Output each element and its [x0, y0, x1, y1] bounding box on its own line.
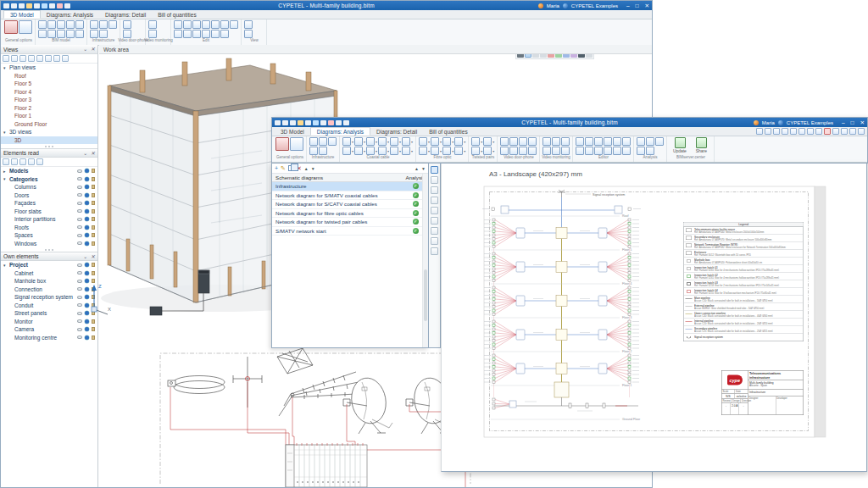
screen-icon[interactable]	[528, 147, 537, 155]
sheet-work-area[interactable]: A3 - Landscape (420x297) mm	[441, 164, 867, 472]
chart-icon[interactable]	[431, 217, 438, 225]
diagram-row[interactable]: Network diagram for S/CATV coaxial cable…	[272, 200, 428, 209]
add-diagram-button[interactable]: +	[275, 164, 278, 173]
tree-item-signal-reception-system[interactable]: Signal reception system	[1, 293, 97, 302]
dropdown-arrow-icon[interactable]: ▾	[399, 140, 401, 144]
rj45-socket-tool[interactable]: ▾	[483, 137, 494, 146]
share-button[interactable]: Share	[691, 137, 711, 155]
zoom-extents-icon[interactable]	[765, 128, 771, 135]
gear-icon[interactable]	[85, 169, 89, 173]
code-settings-icon[interactable]	[290, 137, 303, 151]
duplicate-icon[interactable]	[604, 147, 612, 155]
annotate-icon[interactable]	[646, 147, 654, 155]
pin-icon[interactable]	[64, 3, 70, 8]
diagram-row[interactable]: S/MATV network start✓	[272, 227, 428, 236]
tab-diagrams-detail[interactable]: Diagrams: Detail	[370, 127, 423, 136]
eye-icon[interactable]	[77, 225, 82, 229]
conduit-icon[interactable]	[99, 20, 108, 29]
tree-item-monitoring-centre[interactable]: Monitoring centre	[1, 334, 97, 342]
eye-icon[interactable]	[77, 271, 82, 274]
new-view-icon[interactable]	[3, 55, 9, 62]
resize-icon[interactable]	[613, 147, 621, 155]
tree-item-cabinet[interactable]: Cabinet	[1, 269, 97, 278]
close-panel-icon[interactable]: ✕	[91, 47, 95, 52]
tap-tool[interactable]: ▾	[354, 147, 365, 155]
tree-group-project[interactable]: ▾Project	[1, 261, 97, 269]
terminator-tool[interactable]: ▾	[402, 137, 413, 146]
link-views-icon[interactable]	[586, 54, 593, 58]
window-view-icon[interactable]	[244, 20, 253, 29]
eye-icon[interactable]	[77, 263, 82, 267]
tree-item-monitor[interactable]: Monitor	[1, 318, 97, 326]
view-item-floor-4[interactable]: Floor 4	[1, 88, 97, 97]
dropdown-arrow-icon[interactable]: ▾	[428, 149, 430, 153]
table-icon[interactable]	[594, 137, 603, 146]
dropdown-arrow-icon[interactable]: ▾	[364, 149, 365, 153]
indoor-monitor-icon[interactable]	[500, 147, 509, 155]
stretch-icon[interactable]	[183, 30, 192, 38]
lock-icon[interactable]	[92, 201, 95, 205]
gear-icon[interactable]	[85, 185, 89, 189]
splitter-tool[interactable]: ▾	[354, 137, 365, 146]
eye-icon[interactable]	[77, 169, 82, 173]
chevron-down-icon[interactable]: ▾	[3, 65, 9, 70]
chevron-right-icon[interactable]: ▸	[3, 169, 9, 174]
dropdown-arrow-icon[interactable]: ▾	[376, 140, 377, 144]
dropdown-arrow-icon[interactable]: ▾	[464, 140, 465, 144]
minimize-button[interactable]: –	[842, 118, 845, 127]
axonometric-icon[interactable]	[540, 54, 547, 58]
edit-view-icon[interactable]	[11, 55, 18, 62]
tab-diagrams-analysis[interactable]: Diagrams: Analysis	[310, 127, 370, 136]
dropdown-arrow-icon[interactable]: ▾	[452, 149, 453, 153]
view-item-roof[interactable]: Roof	[1, 72, 97, 80]
dropdown-arrow-icon[interactable]: ▾	[376, 149, 377, 153]
menu-icon[interactable]	[275, 120, 281, 125]
view-item-floor-1[interactable]: Floor 1	[1, 112, 97, 120]
headend-tool[interactable]: ▾	[342, 137, 353, 146]
edit-diagram-button[interactable]: ✎	[281, 164, 286, 173]
dropdown-arrow-icon[interactable]: ▾	[452, 140, 453, 144]
frame-icon[interactable]	[832, 128, 839, 135]
delete-view-icon[interactable]	[28, 55, 35, 62]
align-icon[interactable]	[192, 20, 201, 29]
view-item-floor-2[interactable]: Floor 2	[1, 104, 97, 113]
settings-icon[interactable]	[807, 128, 814, 135]
orbit-3d-icon[interactable]	[525, 54, 531, 58]
eye-icon[interactable]	[77, 202, 82, 205]
tree-item-columns[interactable]: Columns	[1, 183, 97, 191]
partition-icon[interactable]	[38, 30, 47, 38]
monitor-icon[interactable]	[148, 30, 157, 38]
envelope-icon[interactable]	[585, 147, 593, 155]
eye-icon[interactable]	[77, 177, 82, 180]
pin-icon[interactable]	[343, 120, 349, 125]
redraw-icon[interactable]	[815, 128, 822, 135]
tree-item-windows[interactable]: Windows	[1, 240, 97, 248]
collapse-up-icon[interactable]: ▲	[415, 164, 419, 173]
move-vertices-icon[interactable]	[174, 30, 182, 38]
move-icon[interactable]	[613, 137, 621, 146]
optical-box-tool[interactable]: ▾	[431, 137, 442, 146]
dropdown-arrow-icon[interactable]: ▾	[411, 140, 413, 144]
lock-icon[interactable]	[92, 241, 95, 246]
coupler-tool[interactable]: ▾	[390, 147, 401, 155]
panel-scrollbar[interactable]	[422, 174, 428, 347]
optical-transmitter-tool[interactable]: ▾	[419, 137, 430, 146]
tree-group-models[interactable]: ▸Models	[1, 167, 97, 175]
move-icon[interactable]	[183, 20, 192, 29]
flags-icon[interactable]	[646, 137, 654, 146]
tree-item-camera[interactable]: Camera	[1, 325, 97, 334]
node-icon[interactable]	[594, 147, 603, 155]
switch-tool[interactable]: ▾	[471, 137, 482, 146]
section-view-icon[interactable]	[244, 30, 253, 38]
rosette-tool[interactable]: ▾	[454, 147, 465, 155]
erase-icon[interactable]	[202, 30, 210, 38]
dropdown-arrow-icon[interactable]: ▾	[352, 149, 353, 153]
maximize-button[interactable]: □	[851, 118, 854, 127]
meter-tool[interactable]: ▾	[402, 147, 413, 155]
edit-icon[interactable]	[174, 20, 182, 29]
gear-icon[interactable]	[85, 217, 89, 221]
intercom-icon[interactable]	[519, 137, 527, 146]
image-icon[interactable]	[431, 207, 438, 214]
collapse-all-icon[interactable]	[11, 158, 18, 165]
monitor-unit-icon[interactable]	[123, 30, 131, 38]
